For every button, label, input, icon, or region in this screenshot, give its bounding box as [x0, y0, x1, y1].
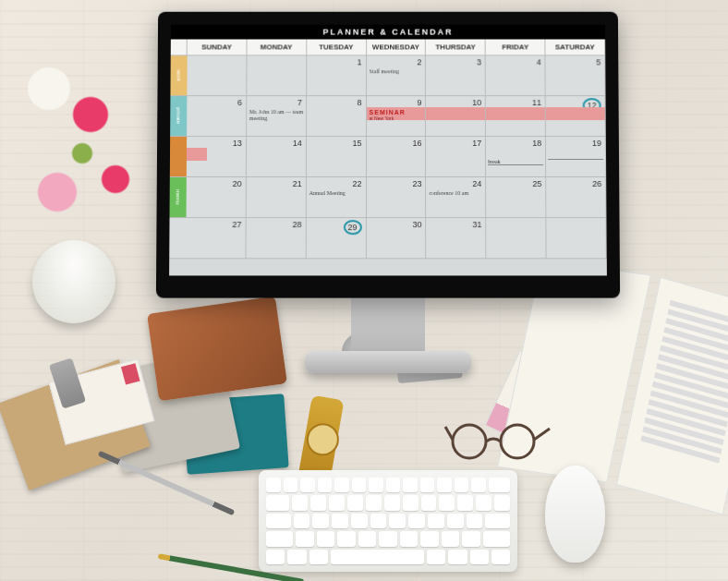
calendar-date-number: 21	[293, 179, 302, 188]
calendar-note: Annual Meeting	[309, 190, 364, 197]
calendar-date-number: 19	[592, 139, 601, 148]
calendar-cell: 25	[486, 177, 546, 218]
calendar-cell: 28	[246, 218, 306, 259]
calendar-date-number: 18	[532, 139, 541, 148]
monitor-base	[305, 351, 471, 373]
calendar-cell: 9SEMINARat New York	[367, 96, 427, 137]
calendar-date-number: 26	[592, 179, 601, 188]
calendar-date-number: 2	[417, 57, 421, 67]
calendar-note: conference 10 am	[429, 190, 483, 197]
keyboard[interactable]	[259, 470, 517, 572]
calendar-event-break: break	[488, 159, 543, 165]
calendar-side-tab: memo	[170, 177, 187, 218]
calendar-cell: 12	[546, 96, 606, 137]
calendar-day-header: FRIDAY	[486, 40, 546, 56]
postage-stamp-icon	[121, 363, 140, 384]
calendar-date-number: 16	[412, 139, 421, 148]
calendar-event-seminar	[426, 107, 485, 120]
calendar-cell: 3	[426, 55, 486, 96]
calendar-date-number: 22	[353, 179, 362, 188]
calendar-date-number: 29	[343, 220, 361, 235]
calendar-date-number: 27	[232, 220, 241, 229]
calendar-day-header: SUNDAY	[188, 40, 248, 56]
calendar-date-number: 13	[233, 139, 242, 148]
calendar-cell: 4	[486, 55, 546, 96]
calendar-cell: 18break	[486, 137, 546, 177]
calendar-date-number: 11	[532, 98, 541, 107]
calendar-cell: 8	[307, 96, 367, 137]
calendar-header-row: SUNDAYMONDAYTUESDAYWEDNESDAYTHURSDAYFRID…	[171, 40, 606, 56]
calendar-date-number: 5	[596, 57, 601, 67]
flower-bouquet	[0, 37, 157, 296]
calendar-date-number: 30	[412, 220, 421, 229]
calendar-date-number: 3	[477, 57, 481, 67]
calendar-cell: 16	[367, 137, 427, 177]
calendar-day-header: TUESDAY	[307, 40, 367, 56]
calendar-cell: 24conference 10 am	[426, 177, 486, 218]
calendar-cell: 19	[546, 137, 606, 177]
calendar-date-number: 8	[358, 98, 362, 107]
calendar-side-tab	[170, 137, 187, 177]
computer-monitor: PLANNER & CALENDAR SUNDAYMONDAYTUESDAYWE…	[156, 12, 620, 298]
calendar-date-number: 23	[412, 179, 421, 188]
calendar-event-break	[548, 159, 603, 160]
calendar-cell	[546, 218, 606, 259]
monitor-stand	[351, 294, 425, 358]
calendar-cell: 15	[307, 137, 367, 177]
calendar-date-number: 28	[292, 220, 301, 229]
calendar-cell: 30	[366, 218, 426, 259]
svg-point-1	[501, 425, 534, 458]
eyeglasses-icon	[443, 416, 554, 462]
calendar-date-number: 6	[237, 98, 242, 107]
calendar-cell	[187, 55, 247, 96]
calendar-cell: 5	[546, 55, 606, 96]
calendar-title: PLANNER & CALENDAR	[171, 25, 605, 40]
calendar-cell	[486, 218, 546, 259]
calendar-day-header: SATURDAY	[546, 40, 606, 56]
calendar-note: Staff meeting	[370, 68, 424, 75]
screen: PLANNER & CALENDAR SUNDAYMONDAYTUESDAYWE…	[169, 25, 607, 276]
calendar-cell: 11	[486, 96, 546, 137]
calendar-side-tab	[169, 218, 186, 259]
calendar-event-seminar: SEMINARat New York	[367, 107, 426, 120]
calendar-date-number: 9	[417, 98, 421, 107]
journal-leather	[147, 297, 287, 402]
calendar-cell: 6	[187, 96, 247, 137]
calendar-day-header: MONDAY	[247, 40, 307, 56]
calendar-note: Mr. John 10 am — team meeting	[249, 109, 304, 122]
calendar-event-seminar	[546, 107, 605, 120]
calendar-date-number: 1	[358, 57, 362, 67]
calendar-cell: 13	[187, 137, 247, 177]
calendar-day-header: WEDNESDAY	[367, 40, 427, 56]
calendar-cell: 26	[546, 177, 606, 218]
calendar-cell: 21	[247, 177, 307, 218]
calendar-side-tab: private	[170, 96, 187, 137]
calendar-date-number: 4	[537, 57, 541, 67]
calendar-date-number: 15	[353, 139, 362, 148]
calendar-date-number: 14	[293, 139, 302, 148]
calendar-cell: 17	[426, 137, 486, 177]
calendar-cell: 10	[426, 96, 486, 137]
calendar-cell: 31	[427, 218, 487, 259]
calendar-event-seminar	[486, 107, 545, 120]
calendar-cell: 23	[367, 177, 427, 218]
calendar-date-number: 17	[472, 139, 481, 148]
calendar-cell: 29	[306, 218, 366, 259]
calendar-cell: 22Annual Meeting	[307, 177, 367, 218]
calendar-cell: 7Mr. John 10 am — team meeting	[247, 96, 307, 137]
calendar-date-number: 24	[472, 179, 481, 188]
calendar-cell: 20	[187, 177, 247, 218]
calendar-day-header: THURSDAY	[426, 40, 486, 56]
calendar-grid: work12Staff meeting345private67Mr. John …	[169, 55, 607, 259]
calendar-side-tab: work	[170, 55, 187, 96]
calendar-event-seminar	[187, 148, 207, 161]
calendar-cell: 2Staff meeting	[367, 55, 427, 96]
calendar-cell: 1	[307, 55, 367, 96]
calendar-cell	[247, 55, 307, 96]
calendar-date-number: 20	[233, 179, 242, 188]
svg-point-0	[453, 425, 486, 458]
computer-mouse[interactable]	[545, 466, 605, 563]
calendar-date-number: 25	[532, 179, 541, 188]
calendar-date-number: 10	[472, 98, 481, 107]
calendar-cell: 27	[186, 218, 246, 259]
